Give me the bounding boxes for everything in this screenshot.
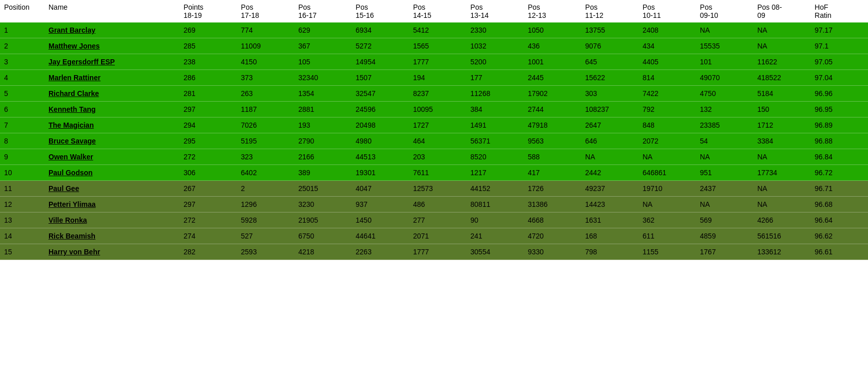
pos-0910-cell: NA: [696, 22, 753, 38]
pos-1516-cell: 44513: [352, 149, 409, 165]
table-row: 13Ville Ronka272592821905145027790466816…: [0, 212, 868, 228]
name-cell[interactable]: Paul Gee: [44, 181, 179, 197]
pos-1516-cell: 32547: [352, 86, 409, 102]
pos-1718-cell: 373: [237, 70, 294, 86]
name-cell[interactable]: Richard Clarke: [44, 86, 179, 102]
player-link[interactable]: Rick Beamish: [49, 232, 95, 240]
pos-1011-cell: 646861: [638, 165, 695, 181]
player-link[interactable]: Richard Clarke: [49, 89, 99, 98]
points-1819-cell: 269: [179, 22, 236, 38]
pos-1011-cell: 7422: [638, 86, 695, 102]
position-cell: 2: [0, 38, 44, 54]
hof-cell: 96.72: [811, 165, 868, 181]
pos-1718-cell: 774: [237, 22, 294, 38]
position-cell: 13: [0, 212, 44, 228]
player-link[interactable]: Ville Ronka: [49, 216, 87, 224]
pos-1213-cell: 417: [524, 165, 581, 181]
hof-cell: 96.96: [811, 86, 868, 102]
pos-0809-cell: NA: [753, 22, 810, 38]
name-cell[interactable]: Bruce Savage: [44, 133, 179, 149]
pos-1718-cell: 323: [237, 149, 294, 165]
pos-1617-cell: 629: [294, 22, 351, 38]
player-link[interactable]: Matthew Jones: [49, 42, 100, 50]
hof-cell: 96.84: [811, 149, 868, 165]
pos-0809-cell: 133612: [753, 244, 810, 260]
hof-cell: 97.17: [811, 22, 868, 38]
pos-1718-cell: 263: [237, 86, 294, 102]
pos-1314-cell: 90: [466, 212, 523, 228]
hof-cell: 96.89: [811, 117, 868, 133]
pos-0809-cell: 418522: [753, 70, 810, 86]
pos-0910-cell: 951: [696, 165, 753, 181]
player-link[interactable]: Harry von Behr: [49, 248, 100, 256]
name-cell[interactable]: The Magician: [44, 117, 179, 133]
points-1819-cell: 272: [179, 149, 236, 165]
pos-1415-cell: 1777: [409, 244, 466, 260]
name-cell[interactable]: Paul Godson: [44, 165, 179, 181]
name-cell[interactable]: Harry von Behr: [44, 244, 179, 260]
pos-1617-cell: 2790: [294, 133, 351, 149]
player-link[interactable]: Petteri Ylimaa: [49, 200, 95, 208]
pos-1415-cell: 1727: [409, 117, 466, 133]
name-cell[interactable]: Ville Ronka: [44, 212, 179, 228]
points-1819-cell: 297: [179, 102, 236, 117]
pos-1617-cell: 32340: [294, 70, 351, 86]
pos-0809-cell: 3384: [753, 133, 810, 149]
position-cell: 6: [0, 102, 44, 117]
pos-1011-cell: 814: [638, 70, 695, 86]
name-cell[interactable]: Jay Egersdorff ESP: [44, 54, 179, 70]
pos-1617-cell: 2881: [294, 102, 351, 117]
name-cell[interactable]: Petteri Ylimaa: [44, 197, 179, 212]
pos-1314-cell: 30554: [466, 244, 523, 260]
player-link[interactable]: The Magician: [49, 121, 94, 129]
pos-1213-cell: 2445: [524, 70, 581, 86]
position-cell: 14: [0, 228, 44, 244]
name-cell[interactable]: Owen Walker: [44, 149, 179, 165]
name-cell[interactable]: Kenneth Tang: [44, 102, 179, 117]
pos-1314-cell: 384: [466, 102, 523, 117]
pos-1213-cell: 4668: [524, 212, 581, 228]
pos-0910-cell: 1767: [696, 244, 753, 260]
player-link[interactable]: Marlen Rattiner: [49, 74, 101, 82]
hof-cell: 96.64: [811, 212, 868, 228]
points-1819-cell: 274: [179, 228, 236, 244]
pos-1011-cell: 4405: [638, 54, 695, 70]
pos-1516-cell: 937: [352, 197, 409, 212]
pos-1617-cell: 389: [294, 165, 351, 181]
pos-1213-cell: 31386: [524, 197, 581, 212]
player-link[interactable]: Paul Godson: [49, 169, 92, 177]
col-points-1819: Points18-19: [179, 0, 236, 22]
pos-1718-cell: 11009: [237, 38, 294, 54]
player-link[interactable]: Jay Egersdorff ESP: [49, 58, 115, 66]
name-cell[interactable]: Matthew Jones: [44, 38, 179, 54]
points-1819-cell: 295: [179, 133, 236, 149]
pos-1011-cell: NA: [638, 149, 695, 165]
player-link[interactable]: Kenneth Tang: [49, 105, 95, 113]
pos-1112-cell: 645: [581, 54, 638, 70]
hof-cell: 96.95: [811, 102, 868, 117]
player-link[interactable]: Bruce Savage: [49, 137, 96, 145]
pos-0910-cell: NA: [696, 149, 753, 165]
hof-cell: 96.61: [811, 244, 868, 260]
pos-1011-cell: 1155: [638, 244, 695, 260]
pos-1112-cell: 1631: [581, 212, 638, 228]
points-1819-cell: 281: [179, 86, 236, 102]
pos-1314-cell: 56371: [466, 133, 523, 149]
hof-cell: 96.88: [811, 133, 868, 149]
pos-1718-cell: 5195: [237, 133, 294, 149]
pos-1112-cell: 108237: [581, 102, 638, 117]
name-cell[interactable]: Grant Barclay: [44, 22, 179, 38]
col-pos-1213: Pos12-13: [524, 0, 581, 22]
pos-1516-cell: 14954: [352, 54, 409, 70]
player-link[interactable]: Paul Gee: [49, 184, 79, 193]
name-cell[interactable]: Rick Beamish: [44, 228, 179, 244]
player-link[interactable]: Owen Walker: [49, 153, 93, 161]
pos-1112-cell: 168: [581, 228, 638, 244]
pos-1718-cell: 527: [237, 228, 294, 244]
pos-0910-cell: 23385: [696, 117, 753, 133]
name-cell[interactable]: Marlen Rattiner: [44, 70, 179, 86]
player-link[interactable]: Grant Barclay: [49, 26, 95, 34]
pos-1112-cell: 49237: [581, 181, 638, 197]
col-pos-1718: Pos17-18: [237, 0, 294, 22]
hof-cell: 97.05: [811, 54, 868, 70]
